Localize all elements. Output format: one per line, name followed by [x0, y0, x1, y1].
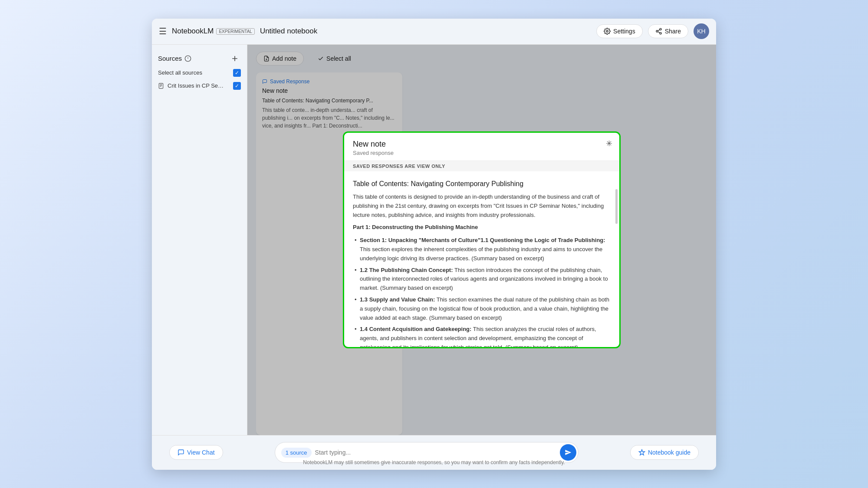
modal-pin-button[interactable]: ✳	[606, 139, 612, 148]
source-item-left: Crit Issues in CP Semi...	[158, 82, 224, 89]
modal-header: New note Saved response ✳	[344, 133, 619, 161]
avatar[interactable]: KH	[694, 23, 709, 39]
modal: New note Saved response ✳ SAVED RESPONSE…	[343, 131, 621, 348]
source-item[interactable]: Crit Issues in CP Semi...	[152, 79, 247, 92]
modal-scrollbar[interactable]	[615, 185, 618, 347]
item-title: 1.3 Supply and Value Chain:	[360, 296, 435, 303]
modal-body: Table of Contents: Navigating Contempora…	[344, 171, 619, 347]
add-icon	[230, 54, 239, 63]
share-label: Share	[665, 28, 681, 35]
topbar-left: ☰ NotebookLM EXPERIMENTAL Untitled noteb…	[159, 26, 596, 36]
item-title: 1.2 The Publishing Chain Concept:	[360, 267, 453, 273]
scrollbar-thumb	[615, 189, 618, 224]
gear-icon	[604, 28, 611, 35]
share-icon	[655, 28, 662, 35]
sidebar-title-row: Sources	[158, 55, 191, 62]
settings-button[interactable]: Settings	[596, 24, 643, 38]
experimental-badge: EXPERIMENTAL	[216, 28, 255, 35]
settings-label: Settings	[613, 28, 635, 35]
sidebar-header: Sources	[152, 50, 247, 66]
chat-input[interactable]	[312, 446, 560, 459]
item-title: 1.1 Questioning the Logic of Trade Publi…	[480, 237, 605, 243]
select-all-row: Select all sources	[152, 66, 247, 79]
svg-point-3	[660, 33, 661, 34]
sidebar: Sources Select all sources Crit Issues i…	[152, 45, 247, 435]
source-checkbox[interactable]	[233, 82, 241, 90]
notebook-title[interactable]: Untitled notebook	[260, 27, 317, 36]
modal-title: New note	[353, 140, 611, 149]
modal-subtitle: Saved response	[353, 150, 611, 156]
app-name: NotebookLM	[172, 27, 214, 36]
item-title: 1.4 Content Acquisition and Gatekeeping:	[360, 326, 471, 332]
svg-point-0	[606, 30, 608, 32]
send-icon	[565, 449, 572, 456]
modal-items-list: Section 1: Unpacking "Merchants of Cultu…	[353, 235, 611, 347]
notes-area: Add note Select all Saved Response New n…	[247, 45, 716, 435]
source-badge: 1 source	[281, 448, 312, 458]
select-all-label: Select all sources	[158, 69, 202, 76]
svg-point-2	[656, 30, 658, 32]
menu-icon[interactable]: ☰	[159, 26, 167, 36]
modal-view-only-banner: SAVED RESPONSES ARE VIEW ONLY	[344, 161, 619, 171]
send-button[interactable]	[560, 444, 576, 461]
modal-overlay[interactable]: New note Saved response ✳ SAVED RESPONSE…	[247, 45, 716, 435]
list-item: Section 1: Unpacking "Merchants of Cultu…	[353, 235, 611, 264]
list-item: 1.4 Content Acquisition and Gatekeeping:…	[353, 324, 611, 347]
list-item: 1.2 The Publishing Chain Concept: This s…	[353, 265, 611, 294]
main-area: Sources Select all sources Crit Issues i…	[152, 45, 716, 435]
item-section-label: Section 1: Unpacking "Merchants of Cultu…	[360, 237, 480, 243]
user-initials: KH	[697, 28, 705, 35]
chat-icon	[178, 449, 184, 456]
view-chat-button[interactable]: View Chat	[169, 445, 223, 460]
select-all-checkbox[interactable]	[233, 69, 241, 77]
app-logo: NotebookLM EXPERIMENTAL	[172, 27, 255, 36]
sources-title: Sources	[158, 55, 182, 62]
topbar-right: Settings Share KH	[596, 23, 709, 39]
sparkle-icon	[638, 449, 645, 456]
notebook-guide-label: Notebook guide	[648, 449, 690, 456]
svg-line-5	[658, 29, 660, 31]
modal-heading: Table of Contents: Navigating Contempora…	[353, 178, 611, 190]
notebook-guide-button[interactable]: Notebook guide	[630, 445, 699, 460]
document-icon	[158, 83, 164, 89]
svg-line-4	[658, 32, 660, 33]
info-icon	[184, 55, 191, 62]
add-source-button[interactable]	[229, 52, 241, 65]
modal-intro: This table of contents is designed to pr…	[353, 193, 611, 219]
svg-point-1	[660, 28, 661, 30]
share-button[interactable]: Share	[648, 24, 688, 38]
view-chat-label: View Chat	[187, 449, 215, 456]
disclaimer: NotebookLM may still sometimes give inac…	[303, 459, 565, 465]
modal-part1-header: Part 1: Deconstructing the Publishing Ma…	[353, 223, 611, 232]
topbar: ☰ NotebookLM EXPERIMENTAL Untitled noteb…	[152, 19, 716, 45]
list-item: 1.3 Supply and Value Chain: This section…	[353, 294, 611, 324]
source-name: Crit Issues in CP Semi...	[168, 82, 224, 89]
